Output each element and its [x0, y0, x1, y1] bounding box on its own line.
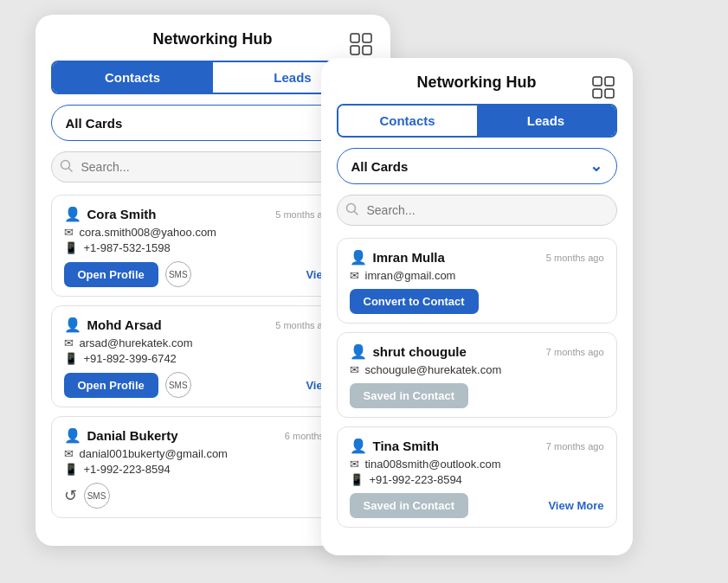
search-input-left[interactable]: [51, 151, 349, 183]
settings-icon-right[interactable]: [589, 74, 617, 101]
phone-icon-0: 📱: [64, 241, 78, 254]
contact-name-0: Cora Smith: [87, 207, 157, 221]
person-icon-lead-2: 👤: [350, 438, 367, 454]
dropdown-btn-right[interactable]: All Cards ⌄: [337, 148, 617, 184]
sms-btn-0[interactable]: SMS: [165, 261, 191, 287]
person-icon-0: 👤: [64, 206, 81, 222]
saved-contact-btn-1: Saved in Contact: [350, 383, 468, 408]
right-tab-bar: Contacts Leads: [337, 104, 617, 138]
sms-btn-1[interactable]: SMS: [165, 372, 191, 398]
email-icon-1: ✉: [64, 336, 74, 349]
svg-rect-12: [605, 89, 614, 98]
phone-icon-1: 📱: [64, 352, 78, 365]
phone-icon-lead-2: 📱: [350, 473, 364, 486]
contact-name-2: Danial Bukerty: [87, 428, 178, 443]
lead-name-1: shrut chougule: [373, 344, 467, 359]
lead-name-0: Imran Mulla: [373, 250, 445, 265]
lead-card-0: 👤 Imran Mulla 5 months ago ✉ imran@gmail…: [337, 238, 617, 324]
all-cards-dropdown-right: All Cards ⌄: [337, 148, 617, 184]
search-input-right[interactable]: [337, 195, 617, 226]
email-icon-lead-1: ✉: [350, 363, 359, 376]
tab-leads-right[interactable]: Leads: [477, 106, 615, 136]
tab-contacts-left[interactable]: Contacts: [53, 62, 213, 93]
open-profile-btn-1[interactable]: Open Profile: [64, 373, 158, 398]
refresh-icon-2[interactable]: ↺: [64, 486, 77, 505]
contact-name-1: Mohd Arsad: [87, 317, 162, 332]
search-input-wrap-right: [337, 195, 617, 226]
phone-icon-2: 📱: [64, 463, 78, 476]
lead-meta-0: 5 months ago: [546, 253, 604, 263]
email-icon-2: ✉: [64, 447, 74, 460]
svg-rect-11: [593, 89, 602, 98]
svg-rect-9: [593, 77, 602, 86]
person-icon-1: 👤: [64, 317, 81, 333]
person-icon-lead-1: 👤: [350, 343, 367, 360]
svg-line-14: [354, 212, 358, 215]
settings-icon-left[interactable]: [347, 30, 375, 58]
email-icon-0: ✉: [64, 226, 74, 239]
open-profile-btn-0[interactable]: Open Profile: [64, 262, 158, 287]
lead-meta-2: 7 months ago: [546, 441, 604, 452]
person-icon-lead-0: 👤: [350, 249, 367, 266]
search-icon-right: [345, 202, 358, 218]
right-panel-header: Networking Hub: [337, 74, 617, 92]
view-more-lead-2[interactable]: View More: [548, 499, 603, 512]
saved-contact-btn-2: Saved in Contact: [350, 493, 468, 518]
sms-btn-2[interactable]: SMS: [84, 483, 110, 509]
email-icon-lead-0: ✉: [350, 269, 359, 282]
search-input-wrap-left: [51, 151, 349, 183]
svg-line-5: [68, 169, 72, 172]
svg-rect-0: [351, 34, 359, 42]
email-icon-lead-2: ✉: [350, 458, 359, 471]
search-row-right: [337, 195, 617, 226]
left-panel-header: Networking Hub: [51, 30, 375, 48]
lead-name-2: Tina Smith: [373, 439, 439, 453]
svg-rect-3: [363, 46, 371, 54]
right-panel: Networking Hub Contacts Leads All Cards …: [321, 58, 633, 555]
chevron-down-icon-right: ⌄: [589, 157, 602, 176]
svg-rect-1: [363, 34, 371, 42]
svg-rect-2: [351, 46, 359, 54]
search-icon-left: [60, 159, 73, 175]
svg-rect-10: [605, 77, 614, 86]
tab-contacts-right[interactable]: Contacts: [338, 106, 477, 136]
person-icon-2: 👤: [64, 427, 81, 444]
lead-meta-1: 7 months ago: [546, 347, 604, 357]
left-panel-title: Networking Hub: [153, 30, 273, 48]
lead-card-1: 👤 shrut chougule 7 months ago ✉ schougul…: [337, 332, 617, 418]
lead-card-2: 👤 Tina Smith 7 months ago ✉ tina008smith…: [337, 426, 617, 528]
right-panel-title: Networking Hub: [417, 74, 537, 92]
convert-to-contact-btn-0[interactable]: Convert to Contact: [350, 289, 479, 314]
